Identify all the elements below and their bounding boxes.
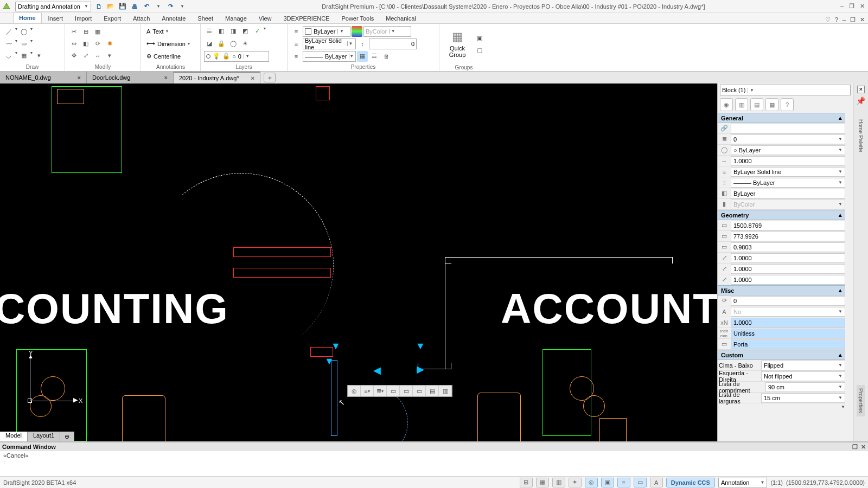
workspace-selector[interactable]: Drafting and Annotation ▼ bbox=[15, 2, 91, 11]
qat-customize-icon[interactable]: ▾ bbox=[178, 2, 187, 11]
tab-3dexperience[interactable]: 3DEXPERIENCE bbox=[278, 14, 335, 23]
cmd-close-icon[interactable]: ✕ bbox=[861, 444, 866, 451]
text-button[interactable]: AText▾ bbox=[144, 26, 192, 37]
polar-button[interactable]: ✶ bbox=[569, 478, 582, 487]
layer-iso-icon[interactable]: ◪ bbox=[204, 38, 215, 49]
prop-tool-2[interactable]: ▥ bbox=[735, 98, 748, 111]
offset-icon[interactable]: ⇔ bbox=[68, 38, 79, 49]
line-color-combo[interactable]: ByLayer▼ bbox=[303, 26, 350, 37]
rotate-icon[interactable]: ⟳ bbox=[92, 38, 103, 49]
prop-scale-x[interactable]: 1.0000 bbox=[731, 253, 845, 263]
match-props-icon[interactable]: ▦ bbox=[357, 51, 368, 62]
grip-arrow-icon[interactable]: ▶ bbox=[417, 363, 424, 375]
prop-y[interactable]: 773.9926 bbox=[731, 232, 845, 241]
redo-icon[interactable]: ↷ bbox=[166, 2, 175, 11]
prop-scale-y[interactable]: 1.0000 bbox=[731, 264, 845, 274]
tab-annotate[interactable]: Annotate bbox=[156, 14, 191, 23]
sheet-tab-layout1[interactable]: Layout1 bbox=[28, 432, 60, 441]
hu-list1-icon[interactable]: ≡▾ bbox=[361, 386, 374, 396]
prop-linestyle[interactable]: ByLayer Solid line▼ bbox=[731, 167, 845, 177]
disp-color-combo[interactable]: ByColor▼ bbox=[363, 26, 411, 37]
prop-block-name[interactable]: Porta bbox=[731, 339, 845, 349]
layer-ok-icon[interactable]: ✓ bbox=[252, 26, 263, 37]
anno-scale-combo[interactable]: Annotation▼ bbox=[718, 478, 768, 487]
close-icon[interactable]: × bbox=[164, 74, 168, 81]
ungroup-icon[interactable]: ▢ bbox=[474, 44, 485, 55]
open-icon[interactable]: 📂 bbox=[106, 2, 115, 11]
line-weight-combo[interactable]: ———ByLayer▼ bbox=[303, 51, 356, 62]
save-icon[interactable]: 💾 bbox=[118, 2, 127, 11]
layer-tool1-icon[interactable]: ◩ bbox=[240, 26, 251, 37]
hu-layer3-icon[interactable]: ▭ bbox=[413, 386, 426, 396]
grip-triangle-icon[interactable]: ▼ bbox=[416, 341, 425, 352]
cmd-restore-icon[interactable]: ❐ bbox=[852, 444, 858, 451]
line-icon[interactable]: ／ bbox=[3, 27, 14, 37]
hu-layer1-icon[interactable]: ▭ bbox=[387, 386, 400, 396]
snap-button[interactable]: ⊞ bbox=[520, 478, 533, 487]
tab-export[interactable]: Export bbox=[98, 14, 126, 23]
tab-home[interactable]: Home bbox=[13, 12, 42, 23]
doc-tab-industry[interactable]: 2020 - Industry A.dwg*× bbox=[174, 72, 260, 84]
array-icon[interactable]: ⊞ bbox=[80, 27, 91, 37]
grip-triangle-icon[interactable]: ▼ bbox=[331, 341, 341, 352]
custom-cima-baixo[interactable]: Flipped▼ bbox=[761, 361, 845, 370]
selection-combo[interactable]: Block (1) ▼ bbox=[720, 85, 851, 95]
dimension-button[interactable]: ⟷Dimension▾ bbox=[144, 38, 192, 49]
stretch-icon[interactable]: ↔ bbox=[92, 50, 103, 61]
tab-import[interactable]: Import bbox=[69, 14, 97, 23]
annomon-button[interactable]: A bbox=[650, 478, 663, 487]
tab-insert[interactable]: Insert bbox=[43, 14, 69, 23]
custom-esq-dir[interactable]: Not flipped▼ bbox=[761, 371, 845, 381]
prop-x[interactable]: 1500.8769 bbox=[731, 221, 845, 230]
scale-icon[interactable]: ⤢ bbox=[80, 50, 91, 61]
rect-icon[interactable]: ▭ bbox=[18, 38, 29, 49]
ortho-button[interactable]: ▥ bbox=[552, 478, 565, 487]
tab-mechanical[interactable]: Mechanical bbox=[380, 14, 422, 23]
section-geometry[interactable]: Geometry▴ bbox=[718, 210, 845, 220]
command-history[interactable]: «Cancel» : bbox=[0, 451, 868, 476]
modify-more-icon[interactable]: ▾ bbox=[104, 50, 115, 61]
prop-layer[interactable]: 0▼ bbox=[731, 134, 845, 144]
layer-manager-icon[interactable]: ☰ bbox=[204, 26, 215, 37]
arc-icon[interactable]: ◡ bbox=[3, 50, 14, 61]
layer-prev-icon[interactable]: ◨ bbox=[228, 26, 239, 37]
doc-tab-noname[interactable]: NONAME_0.dwg× bbox=[0, 72, 87, 84]
print-icon[interactable]: 🖶 bbox=[130, 2, 139, 11]
page-props-icon[interactable]: 🗎 bbox=[381, 51, 392, 62]
prop-transparency[interactable]: ByLayer bbox=[731, 189, 845, 198]
grid-button[interactable]: ▦ bbox=[536, 478, 549, 487]
more-draw-icon[interactable]: ▾ bbox=[34, 50, 44, 61]
close-icon[interactable]: × bbox=[78, 74, 81, 81]
child-close-icon[interactable]: ✕ bbox=[860, 3, 865, 10]
prop-tool-help[interactable]: ? bbox=[781, 98, 794, 111]
etrack-button[interactable]: ▣ bbox=[601, 478, 614, 487]
undo-more-icon[interactable]: ▾ bbox=[154, 2, 163, 11]
child-minimize-icon[interactable]: – bbox=[840, 3, 844, 10]
prop-tool-4[interactable]: ▦ bbox=[765, 98, 778, 111]
sheet-tab-model[interactable]: Model bbox=[0, 432, 28, 441]
qinput-button[interactable]: ▭ bbox=[634, 478, 647, 487]
grip-arrow-icon[interactable]: ▼ bbox=[324, 356, 334, 367]
hu-zoom-icon[interactable]: ◎ bbox=[348, 386, 361, 396]
prop-plotstyle[interactable]: ByColor▼ bbox=[731, 200, 845, 209]
grip-arrow-icon[interactable]: ◀ bbox=[373, 364, 381, 376]
tab-manage[interactable]: Manage bbox=[220, 14, 252, 23]
tab-attach[interactable]: Attach bbox=[127, 14, 155, 23]
lwt-button[interactable]: ≡ bbox=[617, 478, 630, 487]
hatch-icon[interactable]: ▦ bbox=[18, 50, 29, 61]
new-icon[interactable]: 🗋 bbox=[94, 2, 103, 11]
selected-door-block[interactable] bbox=[331, 360, 337, 436]
section-general[interactable]: General▴ bbox=[718, 113, 845, 123]
explode-icon[interactable]: ✺ bbox=[104, 38, 115, 49]
custom-comprimento[interactable]: 90 cm▼ bbox=[765, 382, 845, 392]
scroll-down-arrow-icon[interactable]: ▼ bbox=[841, 404, 845, 409]
layer-state-icon[interactable]: ◧ bbox=[216, 26, 227, 37]
close-icon[interactable]: × bbox=[251, 75, 254, 81]
prop-hyperlink[interactable] bbox=[731, 124, 845, 133]
lineweight-icon[interactable]: ≡ bbox=[291, 51, 302, 62]
trim-icon[interactable]: ✂ bbox=[68, 27, 79, 37]
prop-linescale[interactable]: 1.0000 bbox=[731, 156, 845, 166]
group-icon[interactable]: ▣ bbox=[474, 33, 485, 43]
palette-pin-icon[interactable]: 📌 bbox=[856, 97, 865, 105]
close-icon[interactable]: ✕ bbox=[860, 16, 865, 23]
